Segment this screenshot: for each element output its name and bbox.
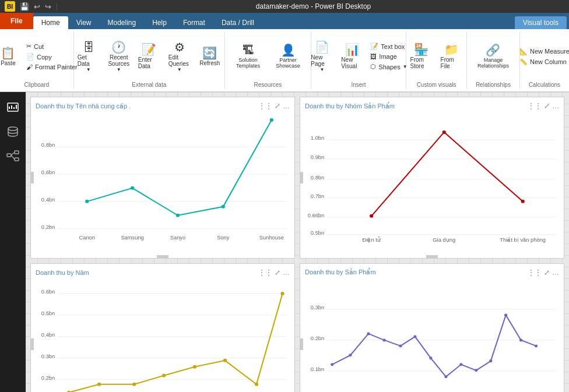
chart-panel-3[interactable]: Doanh thu by Năm ⋮⋮ ⤢ … 0.1bn 0.2bn 0.3b… (30, 263, 295, 392)
svg-point-42 (442, 130, 446, 134)
chart-3-drag-icon[interactable]: ⋮⋮ (258, 269, 272, 277)
svg-point-91 (459, 363, 462, 366)
chart-4-drag-icon[interactable]: ⋮⋮ (528, 269, 542, 277)
tab-modeling[interactable]: Modeling (99, 16, 144, 29)
svg-point-63 (193, 365, 196, 369)
copy-button[interactable]: 📄 Copy (24, 52, 80, 62)
svg-point-62 (162, 374, 166, 377)
chart-panel-2[interactable]: Doanh thu by Nhóm Sản Phẩm ⋮⋮ ⤢ … 0.5bn … (300, 97, 564, 259)
sidebar-icon-report[interactable] (2, 97, 23, 118)
custom-visuals-buttons: 🏪 From Store 📁 From File (407, 33, 466, 80)
shapes-button[interactable]: ⬡ Shapes ▼ (368, 62, 409, 72)
new-page-button[interactable]: 📄 New Page ▼ (307, 36, 336, 77)
svg-text:0.7bn: 0.7bn (311, 193, 324, 199)
svg-point-20 (131, 186, 134, 190)
tab-file[interactable]: File (0, 13, 33, 29)
save-icon[interactable]: 💾 (20, 2, 29, 11)
insert-group: 📄 New Page ▼ 📊 New Visual 📝 Text box 🖼 I… (311, 31, 406, 89)
manage-relationships-button[interactable]: 🔗 Manage Relationships (470, 36, 516, 77)
resize-handle-left-4[interactable] (300, 338, 303, 350)
svg-line-10 (11, 156, 15, 160)
chart-2-svg: 0.5bn 0.66bn 0.7bn 0.8bn 0.9bn 1.0bn (305, 112, 559, 246)
svg-point-96 (535, 344, 538, 347)
partner-showcase-button[interactable]: 👤 Partner Showcase (269, 36, 307, 77)
chart-3-expand-icon[interactable]: ⤢ (275, 269, 280, 277)
svg-point-19 (85, 200, 89, 203)
redo-icon[interactable]: ↪ (45, 2, 51, 11)
recent-sources-button[interactable]: 🕐 Recent Sources ▼ (104, 36, 134, 77)
cut-button[interactable]: ✂ Cut (24, 41, 80, 51)
resize-handle-left-2[interactable] (300, 172, 303, 183)
svg-point-43 (521, 200, 525, 203)
solution-templates-icon: 🏗 (243, 44, 254, 56)
tab-help[interactable]: Help (144, 16, 175, 29)
undo-icon[interactable]: ↩ (34, 2, 40, 11)
custom-visuals-group: 🏪 From Store 📁 From File Custom visuals (406, 31, 467, 89)
chart-panel-4[interactable]: Doanh thu by Sản Phẩm ⋮⋮ ⤢ … 0.0bn 0.1bn… (300, 263, 564, 392)
chart-1-drag-icon[interactable]: ⋮⋮ (258, 102, 272, 110)
svg-text:0.6bn: 0.6bn (41, 289, 55, 295)
format-painter-button[interactable]: 🖌 Format Painter (24, 62, 80, 72)
chart-4-more-icon[interactable]: … (552, 269, 559, 277)
separator: | (56, 2, 58, 10)
edit-queries-icon: ⚙ (174, 41, 185, 53)
svg-text:Điện tử: Điện tử (362, 236, 381, 243)
new-measure-button[interactable]: 📐 New Measure (517, 47, 569, 56)
tab-data-drill[interactable]: Data / Drill (213, 16, 262, 29)
enter-data-button[interactable]: 📝 Enter Data (135, 36, 164, 77)
chart-4-body: 0.0bn 0.1bn 0.2bn 0.3bn (305, 279, 559, 392)
chart-panel-1[interactable]: Doanh thu by Tên nhà cung cấp . ⋮⋮ ⤢ … 0… (30, 97, 295, 259)
chart-panel-1-header: Doanh thu by Tên nhà cung cấp . ⋮⋮ ⤢ … (36, 102, 290, 110)
text-box-button[interactable]: 📝 Text box (368, 41, 409, 51)
text-box-icon: 📝 (370, 43, 378, 50)
chart-3-more-icon[interactable]: … (283, 269, 290, 277)
new-visual-icon: 📊 (345, 44, 360, 55)
clipboard-group: 📋 Paste ✂ Cut 📄 Copy 🖌 Format Painter Cl… (0, 31, 74, 89)
chart-3-svg: 0.1bn 0.2bn 0.3bn 0.4bn 0.5bn 0.6bn (36, 279, 290, 392)
svg-point-84 (349, 354, 352, 356)
svg-text:Sony: Sony (217, 235, 230, 241)
resize-handle-bottom-2[interactable] (426, 255, 438, 258)
chart-2-drag-icon[interactable]: ⋮⋮ (528, 102, 542, 110)
svg-text:Gia dụng: Gia dụng (433, 237, 455, 243)
get-data-button[interactable]: 🗄 Get Data ▼ (74, 36, 103, 77)
refresh-button[interactable]: 🔄 Refresh (195, 36, 224, 77)
new-measure-icon: 📐 (519, 48, 528, 55)
from-file-icon: 📁 (444, 44, 459, 55)
resize-handle-bottom-1[interactable] (157, 255, 168, 258)
svg-text:0.8bn: 0.8bn (311, 175, 324, 181)
sidebar-icon-data[interactable] (2, 121, 23, 142)
svg-point-86 (382, 338, 385, 341)
tab-visual-tools[interactable]: Visual tools (515, 16, 567, 29)
chart-2-more-icon[interactable]: … (552, 102, 559, 110)
powerbi-logo-icon: BI (5, 1, 15, 12)
paste-button[interactable]: 📋 Paste (0, 36, 23, 77)
resize-handle-left-3[interactable] (31, 338, 34, 350)
new-column-button[interactable]: 📏 New Column (517, 57, 569, 67)
resize-handle-left-1[interactable] (31, 172, 34, 183)
from-store-button[interactable]: 🏪 From Store (407, 36, 436, 77)
from-file-button[interactable]: 📁 From File (437, 36, 466, 77)
chart-2-expand-icon[interactable]: ⤢ (544, 102, 550, 110)
svg-text:0.5bn: 0.5bn (41, 310, 55, 316)
svg-point-90 (444, 375, 447, 378)
cut-icon: ✂ (26, 43, 31, 50)
chart-4-controls: ⋮⋮ ⤢ … (528, 269, 559, 277)
sidebar-icon-model[interactable] (2, 146, 23, 167)
tab-home[interactable]: Home (33, 16, 68, 29)
chart-panel-3-header: Doanh thu by Năm ⋮⋮ ⤢ … (36, 269, 290, 277)
svg-point-83 (331, 363, 333, 366)
solution-templates-button[interactable]: 🏗 Solution Templates (229, 36, 268, 77)
chart-4-expand-icon[interactable]: ⤢ (544, 269, 550, 277)
svg-text:Sunhouse: Sunhouse (259, 235, 284, 241)
chart-1-more-icon[interactable]: … (283, 102, 290, 110)
tab-view[interactable]: View (68, 16, 100, 29)
copy-icon: 📄 (26, 53, 34, 61)
new-visual-button[interactable]: 📊 New Visual (338, 36, 367, 77)
tab-format[interactable]: Format (175, 16, 213, 29)
chart-1-expand-icon[interactable]: ⤢ (275, 102, 280, 110)
svg-text:Samsung: Samsung (121, 235, 143, 241)
image-button[interactable]: 🖼 Image (368, 52, 409, 61)
svg-point-41 (370, 214, 373, 218)
edit-queries-button[interactable]: ⚙ Edit Queries ▼ (165, 36, 194, 77)
